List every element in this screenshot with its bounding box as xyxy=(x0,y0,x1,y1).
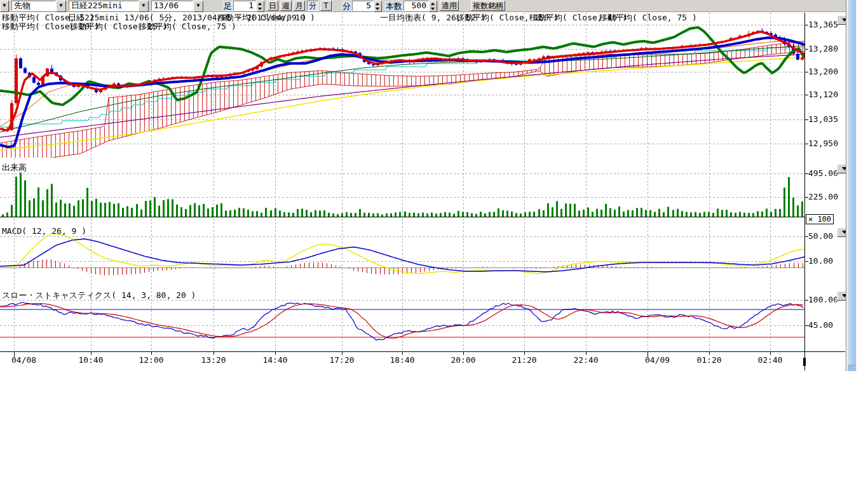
macd-pane-label: MACD( 12, 26, 9 ) xyxy=(2,226,86,236)
period-button-月[interactable]: 月 xyxy=(294,1,305,11)
contract-month-value[interactable]: 13/06 xyxy=(151,1,193,11)
minute-label: 分 xyxy=(341,1,352,11)
period-button-週[interactable]: 週 xyxy=(280,1,292,11)
combo-dropdown-icon[interactable]: ▼ xyxy=(56,1,66,12)
instrument-combobox[interactable]: 日経225mini ▼ xyxy=(69,1,149,11)
chart-plot-area[interactable] xyxy=(0,0,868,488)
period-button-分[interactable]: 分 xyxy=(307,1,318,11)
time-axis-label: 13:20 xyxy=(201,355,226,365)
vertical-scrollbar[interactable] xyxy=(846,0,857,371)
stoch-axis-label: 100.00 xyxy=(808,295,838,304)
instrument-type-combobox[interactable]: 先物 ▼ xyxy=(11,1,66,11)
volume-axis-label: 225.00 xyxy=(808,193,838,201)
spin-updown-icon[interactable] xyxy=(374,1,382,12)
bar-interval-value[interactable]: 1 xyxy=(233,1,256,11)
minute-value[interactable]: 5 xyxy=(352,1,374,11)
time-axis-label: 04/09 xyxy=(645,355,670,365)
apply-button[interactable]: 適用 xyxy=(440,1,459,11)
legend-item: 移動平均( Close, 10 ) xyxy=(217,13,315,22)
price-axis-label: 13,280 xyxy=(808,44,838,53)
toolbar: ▼ 先物 ▼ 日経225mini ▼ 13/06 ▼ 足 1 日週月分T 分 5 xyxy=(0,0,846,12)
price-axis-label: 13,200 xyxy=(808,67,838,76)
time-axis-label: 14:40 xyxy=(262,355,287,365)
stoch-axis-label: 45.00 xyxy=(808,321,833,330)
bar-type-label: 足 xyxy=(222,1,233,11)
price-axis-label: 13,365 xyxy=(808,20,838,29)
scrollbar-end-cap xyxy=(848,365,856,371)
bar-count-label: 本数 xyxy=(384,1,403,11)
price-axis-label: 13,120 xyxy=(808,90,838,99)
period-button-group: 日週月分T xyxy=(267,1,334,11)
time-axis-label: 10:40 xyxy=(78,355,103,365)
instrument-value[interactable]: 日経225mini xyxy=(69,1,139,11)
time-axis-label: 18:40 xyxy=(390,355,414,365)
instrument-type-value[interactable]: 先物 xyxy=(11,1,56,11)
time-axis-label: 17:20 xyxy=(329,355,354,365)
period-button-日[interactable]: 日 xyxy=(267,1,278,11)
partial-combobox[interactable]: ▼ xyxy=(0,1,9,11)
time-axis-label: 02:40 xyxy=(757,355,782,365)
time-axis-label: 21:20 xyxy=(512,355,536,365)
price-axis-label: 13,035 xyxy=(808,115,838,124)
contract-month-combobox[interactable]: 13/06 ▼ xyxy=(151,1,203,11)
volume-axis-label: 495.00 xyxy=(808,169,838,178)
combo-dropdown-icon[interactable]: ▼ xyxy=(0,1,9,12)
bar-interval-spinner[interactable]: 1 xyxy=(233,1,264,11)
volume-pane-label: 出来高 xyxy=(2,162,27,173)
multi-symbol-button[interactable]: 複数銘柄 xyxy=(471,1,505,11)
bar-count-spinner[interactable]: 500 xyxy=(403,1,437,11)
macd-axis-label: 50.00 xyxy=(808,232,833,241)
spin-updown-icon[interactable] xyxy=(256,1,264,12)
volume-multiplier-badge: × 100 xyxy=(806,214,834,224)
spin-updown-icon[interactable] xyxy=(429,1,437,12)
bar-count-value[interactable]: 500 xyxy=(403,1,429,11)
legend-item: 移動平均( Close, 75 ) xyxy=(139,22,236,30)
period-button-T[interactable]: T xyxy=(320,1,332,11)
stochastics-pane-label: スロー・ストキャスティクス( 14, 3, 80, 20 ) xyxy=(2,290,196,301)
combo-dropdown-icon[interactable]: ▼ xyxy=(193,1,203,12)
price-axis-label: 12,950 xyxy=(808,139,838,148)
time-axis-label: 20:00 xyxy=(451,355,475,365)
time-axis-label: 12:00 xyxy=(139,355,163,365)
time-axis-label: 22:40 xyxy=(573,355,598,365)
combo-dropdown-icon[interactable]: ▼ xyxy=(139,1,149,12)
macd-axis-label: 10.00 xyxy=(808,257,833,266)
legend-item: 移動平均( Close, 75 ) xyxy=(599,13,697,22)
minute-spinner[interactable]: 5 xyxy=(352,1,382,11)
scrollbar-thumb[interactable] xyxy=(848,0,856,365)
time-axis-label: 04/08 xyxy=(11,355,36,365)
chart-application-window: ▼ 先物 ▼ 日経225mini ▼ 13/06 ▼ 足 1 日週月分T 分 5 xyxy=(0,0,868,488)
time-axis-label: 01:20 xyxy=(696,355,721,365)
